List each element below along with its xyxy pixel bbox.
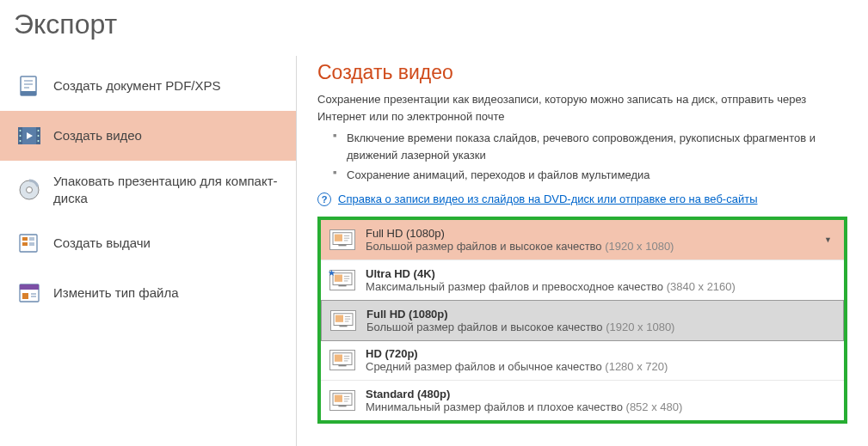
option-text: Ultra HD (4K) Максимальный размер файлов… bbox=[366, 267, 835, 293]
quality-subtitle: Средний размер файлов и обычное качество… bbox=[366, 360, 835, 373]
cd-icon bbox=[17, 178, 41, 202]
svg-rect-19 bbox=[22, 242, 28, 246]
create-video-icon bbox=[17, 124, 41, 148]
sidebar-item-label: Создать выдачи bbox=[53, 235, 151, 252]
quality-dropdown-selected[interactable]: Full HD (1080p) Большой размер файлов и … bbox=[321, 220, 844, 260]
svg-rect-36 bbox=[335, 274, 342, 281]
svg-rect-42 bbox=[336, 315, 343, 321]
svg-point-11 bbox=[38, 130, 40, 131]
main-panel: Создать видео Сохранение презентации как… bbox=[297, 56, 868, 446]
quality-option-480p[interactable]: Standard (480p) Минимальный размер файло… bbox=[321, 381, 844, 420]
svg-point-16 bbox=[27, 186, 33, 192]
sidebar-item-package-cd[interactable]: Упаковать презентацию для компакт-диска bbox=[0, 161, 296, 218]
svg-rect-34 bbox=[338, 244, 346, 246]
quality-option-1080p[interactable]: Full HD (1080p) Большой размер файлов и … bbox=[321, 300, 844, 341]
sidebar-item-create-video[interactable]: Создать видео bbox=[0, 111, 296, 161]
help-link[interactable]: Справка о записи видео из слайдов на DVD… bbox=[338, 192, 758, 205]
svg-rect-54 bbox=[335, 394, 342, 401]
svg-rect-46 bbox=[339, 325, 347, 327]
sidebar-item-label: Упаковать презентацию для компакт-диска bbox=[53, 173, 282, 206]
help-row: ? Справка о записи видео из слайдов на D… bbox=[317, 192, 847, 206]
quality-dropdown: Full HD (1080p) Большой размер файлов и … bbox=[317, 217, 847, 424]
svg-rect-48 bbox=[335, 354, 342, 361]
star-icon: ★ bbox=[328, 268, 336, 278]
main-description: Сохранение презентации как видеозаписи, … bbox=[317, 91, 847, 125]
svg-rect-26 bbox=[22, 293, 28, 299]
svg-rect-58 bbox=[338, 405, 346, 406]
option-text: Standard (480p) Минимальный размер файло… bbox=[366, 388, 835, 413]
chevron-down-icon: ▼ bbox=[824, 235, 835, 244]
option-text: Full HD (1080p) Большой размер файлов и … bbox=[366, 308, 834, 333]
quality-option-4k[interactable]: ★ Ultra HD (4K) Максимальный размер файл… bbox=[321, 260, 844, 301]
monitor-icon: ★ bbox=[329, 270, 355, 290]
monitor-icon bbox=[329, 350, 355, 370]
change-filetype-icon bbox=[17, 281, 41, 305]
pdf-xps-icon bbox=[17, 74, 41, 98]
svg-rect-1 bbox=[21, 91, 36, 95]
quality-subtitle: Большой размер файлов и высокое качество… bbox=[366, 240, 814, 253]
handouts-icon bbox=[17, 231, 41, 255]
quality-title: HD (720p) bbox=[366, 347, 835, 360]
feature-bullets: Включение времени показа слайдов, речево… bbox=[333, 130, 847, 184]
sidebar-item-handouts[interactable]: Создать выдачи bbox=[0, 218, 296, 268]
svg-point-13 bbox=[38, 140, 40, 142]
sidebar-item-change-filetype[interactable]: Изменить тип файла bbox=[0, 268, 296, 318]
quality-title: Full HD (1080p) bbox=[366, 308, 834, 321]
sidebar-item-label: Создать документ PDF/XPS bbox=[53, 77, 221, 95]
option-text: HD (720p) Средний размер файлов и обычно… bbox=[366, 347, 835, 373]
export-sidebar: Создать документ PDF/XPS Создать видео У… bbox=[0, 56, 297, 446]
quality-title: Ultra HD (4K) bbox=[366, 267, 835, 280]
svg-rect-52 bbox=[338, 364, 346, 366]
export-container: Создать документ PDF/XPS Создать видео У… bbox=[0, 56, 868, 446]
quality-title: Standard (480p) bbox=[366, 388, 835, 400]
svg-point-9 bbox=[20, 135, 22, 137]
help-icon: ? bbox=[317, 192, 331, 206]
quality-subtitle: Большой размер файлов и высокое качество… bbox=[366, 321, 834, 333]
svg-point-12 bbox=[38, 135, 40, 137]
svg-rect-30 bbox=[335, 234, 342, 241]
bullet-item: Включение времени показа слайдов, речево… bbox=[333, 130, 847, 163]
monitor-icon bbox=[330, 310, 356, 331]
main-heading: Создать видео bbox=[317, 56, 847, 84]
page-title: Экспорт bbox=[0, 0, 868, 56]
sidebar-item-pdf-xps[interactable]: Создать документ PDF/XPS bbox=[0, 61, 296, 111]
monitor-icon bbox=[329, 390, 355, 411]
bullet-item: Сохранение анимаций, переходов и файлов … bbox=[333, 167, 847, 184]
sidebar-item-label: Изменить тип файла bbox=[53, 284, 179, 302]
svg-point-8 bbox=[20, 130, 22, 131]
svg-rect-25 bbox=[20, 284, 39, 290]
quality-option-720p[interactable]: HD (720p) Средний размер файлов и обычно… bbox=[321, 340, 844, 381]
svg-rect-40 bbox=[338, 284, 346, 286]
quality-subtitle: Максимальный размер файлов и превосходно… bbox=[366, 280, 835, 293]
monitor-icon bbox=[329, 229, 355, 250]
quality-title: Full HD (1080p) bbox=[366, 227, 814, 240]
sidebar-item-label: Создать видео bbox=[53, 127, 142, 144]
quality-subtitle: Минимальный размер файлов и плохое качес… bbox=[366, 400, 835, 413]
svg-rect-18 bbox=[22, 237, 28, 241]
svg-point-10 bbox=[20, 140, 22, 142]
dropdown-selected-text: Full HD (1080p) Большой размер файлов и … bbox=[366, 227, 814, 253]
